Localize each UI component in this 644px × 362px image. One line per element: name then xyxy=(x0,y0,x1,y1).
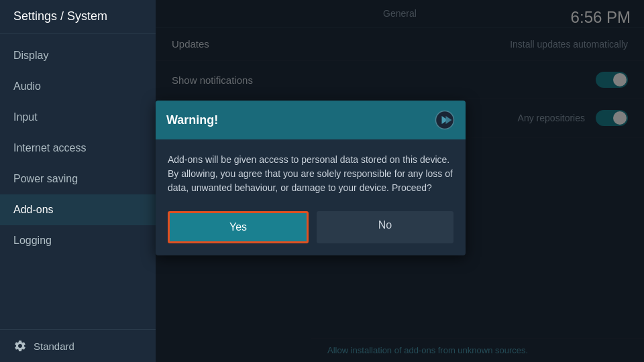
sidebar-item-label: Logging xyxy=(13,235,52,247)
kodi-icon xyxy=(435,110,455,130)
sidebar-item-input[interactable]: Input xyxy=(0,102,156,133)
sidebar-title: Settings / System xyxy=(0,0,156,34)
warning-dialog: Warning! Add-ons will be given access to… xyxy=(156,101,466,255)
yes-button[interactable]: Yes xyxy=(168,211,309,243)
sidebar-item-label: Power saving xyxy=(13,173,78,185)
sidebar: Settings / System Display Audio Input In… xyxy=(0,0,156,362)
sidebar-footer-label: Standard xyxy=(34,341,74,352)
dialog-buttons: Yes No xyxy=(156,206,466,255)
sidebar-nav: Display Audio Input Internet access Powe… xyxy=(0,34,156,329)
gear-icon xyxy=(13,339,27,353)
dialog-title: Warning! xyxy=(166,113,218,127)
dialog-body: Add-ons will be given access to personal… xyxy=(156,139,466,206)
sidebar-item-label: Display xyxy=(13,50,48,62)
sidebar-item-audio[interactable]: Audio xyxy=(0,71,156,102)
sidebar-item-label: Input xyxy=(13,111,38,123)
sidebar-item-display[interactable]: Display xyxy=(0,40,156,71)
sidebar-item-internet-access[interactable]: Internet access xyxy=(0,133,156,164)
sidebar-item-add-ons[interactable]: Add-ons xyxy=(0,194,156,225)
sidebar-item-label: Add-ons xyxy=(13,204,54,216)
sidebar-item-label: Audio xyxy=(13,80,41,93)
no-button[interactable]: No xyxy=(317,211,453,243)
dialog-header: Warning! xyxy=(156,101,466,139)
sidebar-item-label: Internet access xyxy=(13,142,87,154)
sidebar-item-power-saving[interactable]: Power saving xyxy=(0,164,156,194)
sidebar-footer[interactable]: Standard xyxy=(0,329,156,362)
sidebar-item-logging[interactable]: Logging xyxy=(0,225,156,256)
